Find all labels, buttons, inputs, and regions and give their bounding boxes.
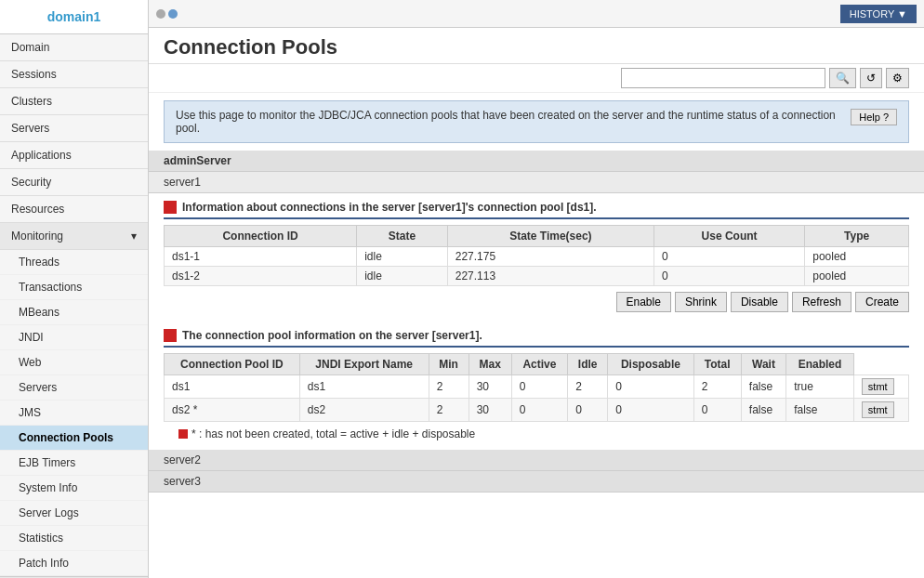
- cell-disposable: 0: [608, 375, 693, 399]
- col-state: State: [357, 226, 448, 247]
- cell-use-count: 0: [653, 247, 804, 267]
- cell-active: 0: [511, 399, 568, 422]
- sidebar-item-applications[interactable]: Applications: [0, 142, 148, 169]
- stmt-button[interactable]: stmt: [862, 401, 894, 418]
- server2-row[interactable]: server2: [149, 450, 924, 471]
- sidebar-item-label: Domain: [11, 41, 49, 54]
- table-row: ds1 ds1 2 30 0 2 0 2 false true stmt: [165, 375, 909, 399]
- stmt-button[interactable]: stmt: [862, 378, 894, 395]
- cell-use-count: 0: [653, 267, 804, 286]
- cell-state-time: 227.113: [447, 267, 653, 286]
- cell-wait: false: [741, 399, 785, 422]
- cell-pool-id: ds1: [165, 375, 300, 399]
- pool-col-header: Total: [693, 354, 741, 375]
- section1: Information about connections in the ser…: [164, 201, 909, 318]
- shrink-button[interactable]: Shrink: [675, 292, 727, 312]
- sidebar-sub-ejb-timers[interactable]: EJB Timers: [0, 451, 148, 476]
- refresh-button[interactable]: Refresh: [792, 292, 851, 312]
- sidebar-item-label: Clusters: [11, 95, 52, 108]
- sidebar-item-domain[interactable]: Domain: [0, 34, 148, 61]
- section1-title: Information about connections in the ser…: [164, 201, 909, 219]
- section1-icon: [164, 201, 177, 214]
- sidebar-sub-threads[interactable]: Threads: [0, 250, 148, 275]
- domain-label[interactable]: domain1: [0, 0, 148, 34]
- col-state-time: State Time(sec): [447, 226, 653, 247]
- cell-max: 30: [469, 375, 511, 399]
- sidebar-sub-web[interactable]: Web: [0, 350, 148, 375]
- sidebar-item-label: Resources: [11, 203, 64, 216]
- sidebar-sub-connection-pools[interactable]: Connection Pools: [0, 426, 148, 451]
- footnote-text: * : has not been created, total = active…: [191, 427, 475, 440]
- page-title: Connection Pools: [164, 35, 337, 59]
- server1-row[interactable]: server1: [149, 172, 924, 193]
- cell-connection-id: ds1-2: [165, 267, 357, 286]
- create-button[interactable]: Create: [855, 292, 909, 312]
- search-input[interactable]: [621, 68, 825, 88]
- cell-stmt: stmt: [853, 399, 908, 422]
- cell-idle: 2: [568, 375, 608, 399]
- page-header: Connection Pools: [149, 28, 924, 64]
- col-use-count: Use Count: [653, 226, 804, 247]
- cell-enabled: false: [786, 399, 854, 422]
- cell-min: 2: [429, 375, 469, 399]
- action-buttons: EnableShrinkDisableRefreshCreate: [164, 292, 909, 312]
- help-button[interactable]: Help ?: [851, 109, 897, 125]
- sidebar-sub-system-info[interactable]: System Info: [0, 476, 148, 501]
- sidebar-sub-jndi[interactable]: JNDI: [0, 325, 148, 350]
- table-row: ds1-2 idle 227.113 0 pooled: [165, 267, 909, 286]
- enable-button[interactable]: Enable: [616, 292, 671, 312]
- col-connection-id: Connection ID: [165, 226, 357, 247]
- dot-icon: [156, 9, 165, 19]
- pool-col-header: Active: [511, 354, 568, 375]
- sidebar-sub-statistics[interactable]: Statistics: [0, 526, 148, 551]
- cell-type: pooled: [805, 247, 909, 267]
- cell-type: pooled: [805, 267, 909, 286]
- cell-total: 0: [693, 399, 741, 422]
- pool-col-header: Min: [429, 354, 469, 375]
- top-bar: HISTORY ▼: [149, 0, 924, 28]
- cell-active: 0: [511, 375, 568, 399]
- footnote: * : has not been created, total = active…: [178, 427, 894, 440]
- settings-button[interactable]: ⚙: [886, 68, 909, 88]
- cell-state: idle: [357, 267, 448, 286]
- connections-table: Connection ID State State Time(sec) Use …: [164, 225, 909, 286]
- cell-total: 2: [693, 375, 741, 399]
- sidebar-sub-transactions[interactable]: Transactions: [0, 275, 148, 300]
- sidebar-sub-jms[interactable]: JMS: [0, 401, 148, 426]
- pool-col-header: Disposable: [608, 354, 693, 375]
- pool-col-header: Idle: [568, 354, 608, 375]
- table-row: ds2 * ds2 2 30 0 0 0 0 false false stmt: [165, 399, 909, 422]
- server2-label: server2: [164, 453, 201, 466]
- sidebar-item-label: Security: [11, 176, 51, 189]
- info-box: Use this page to monitor the JDBC/JCA co…: [164, 100, 909, 143]
- sidebar-sub-servers[interactable]: Servers: [0, 375, 148, 401]
- sidebar-item-security[interactable]: Security: [0, 169, 148, 196]
- cell-wait: false: [741, 375, 785, 399]
- sidebar-item-label: Applications: [11, 149, 72, 162]
- pool-col-header: Enabled: [786, 354, 854, 375]
- pool-col-header: Connection Pool ID: [165, 354, 300, 375]
- server3-row[interactable]: server3: [149, 471, 924, 493]
- monitoring-label: Monitoring: [11, 230, 63, 243]
- sidebar-item-clusters[interactable]: Clusters: [0, 88, 148, 115]
- sidebar: domain1 Domain Sessions Clusters Servers…: [0, 0, 149, 578]
- sidebar-sub-server-logs[interactable]: Server Logs: [0, 501, 148, 526]
- main-content: HISTORY ▼ Connection Pools 🔍 ↺ ⚙ Use thi…: [149, 0, 924, 578]
- cell-idle: 0: [568, 399, 608, 422]
- sidebar-sub-patch-info[interactable]: Patch Info: [0, 551, 148, 576]
- history-button[interactable]: HISTORY ▼: [840, 5, 917, 23]
- sidebar-item-resources[interactable]: Resources: [0, 196, 148, 223]
- section2: The connection pool information on the s…: [164, 329, 909, 446]
- pool-info-table: Connection Pool IDJNDI Export NameMinMax…: [164, 353, 909, 422]
- cell-connection-id: ds1-1: [165, 247, 357, 267]
- search-button[interactable]: 🔍: [829, 68, 856, 88]
- disable-button[interactable]: Disable: [731, 292, 788, 312]
- sidebar-item-sessions[interactable]: Sessions: [0, 61, 148, 88]
- sidebar-item-label: Servers: [11, 122, 49, 135]
- sidebar-sub-mbeans[interactable]: MBeans: [0, 300, 148, 325]
- server1-label: server1: [164, 176, 201, 189]
- refresh-button[interactable]: ↺: [860, 68, 882, 88]
- sidebar-item-monitoring[interactable]: Monitoring ▾: [0, 223, 148, 250]
- cell-enabled: true: [786, 375, 854, 399]
- sidebar-item-servers[interactable]: Servers: [0, 115, 148, 142]
